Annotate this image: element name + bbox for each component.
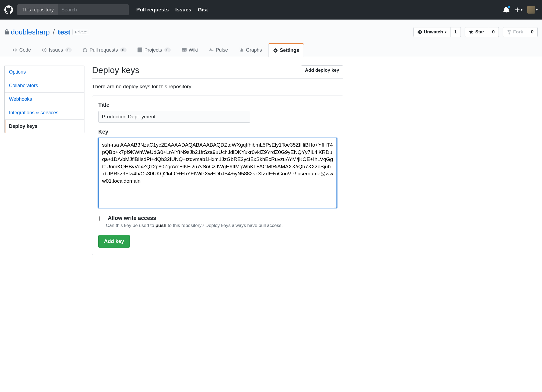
global-header: This repository Pull requests Issues Gis… — [0, 0, 542, 20]
project-icon — [137, 48, 142, 52]
menu-options[interactable]: Options — [5, 65, 84, 79]
lock-icon — [4, 29, 9, 35]
key-label: Key — [98, 129, 337, 135]
plus-icon — [514, 7, 520, 13]
github-logo-icon[interactable] — [4, 5, 13, 14]
pulse-icon — [209, 48, 214, 52]
title-label: Title — [98, 102, 337, 108]
settings-menu: Options Collaborators Webhooks Integrati… — [4, 65, 84, 133]
fork-group: Fork 0 — [503, 27, 538, 37]
search-input[interactable] — [58, 4, 129, 15]
nav-pull-requests[interactable]: Pull requests — [136, 7, 169, 13]
caret-down-icon: ▾ — [445, 30, 446, 34]
deploy-key-form: Title Key Allow write access Can this ke… — [92, 96, 343, 255]
menu-webhooks[interactable]: Webhooks — [5, 93, 84, 106]
issues-count: 0 — [65, 48, 72, 52]
unwatch-button[interactable]: Unwatch ▾ — [413, 27, 450, 37]
add-key-button[interactable]: Add key — [98, 235, 130, 248]
graph-icon — [239, 48, 244, 52]
eye-icon — [417, 30, 422, 34]
star-button[interactable]: Star — [465, 27, 488, 37]
repo-header: doublesharp / test Private Unwatch ▾ 1 S… — [0, 20, 542, 57]
repo-tabs: Code Issues 0 Pull requests 0 Projects 0… — [0, 43, 542, 57]
fork-label: Fork — [513, 29, 523, 35]
projects-count: 0 — [164, 48, 171, 52]
repo-actions: Unwatch ▾ 1 Star 0 Fork 0 — [413, 27, 538, 37]
tab-settings[interactable]: Settings — [268, 43, 304, 57]
tab-wiki[interactable]: Wiki — [177, 43, 203, 57]
user-menu-dropdown[interactable]: ▾ — [527, 6, 538, 14]
allow-write-label: Allow write access — [108, 215, 156, 221]
star-group: Star 0 — [465, 27, 499, 37]
empty-state-message: There are no deploy keys for this reposi… — [92, 84, 343, 90]
tab-projects[interactable]: Projects 0 — [133, 43, 175, 57]
tab-code[interactable]: Code — [8, 43, 36, 57]
settings-container: Options Collaborators Webhooks Integrati… — [0, 57, 348, 266]
add-deploy-key-button[interactable]: Add deploy key — [301, 65, 343, 75]
caret-down-icon: ▾ — [521, 8, 522, 12]
book-icon — [182, 48, 187, 52]
issue-icon — [42, 48, 47, 52]
nav-gist[interactable]: Gist — [198, 7, 208, 13]
allow-write-note: Can this key be used to push to this rep… — [106, 223, 337, 228]
unwatch-label: Unwatch — [424, 29, 443, 35]
pull-request-icon — [83, 48, 87, 52]
gear-icon — [273, 48, 278, 53]
watch-group: Unwatch ▾ 1 — [413, 27, 461, 37]
settings-main: Deploy keys Add deploy key There are no … — [92, 65, 343, 255]
tab-graphs[interactable]: Graphs — [234, 43, 267, 57]
allow-write-checkbox[interactable] — [99, 216, 104, 221]
header-search: This repository — [17, 4, 129, 15]
search-scope-label[interactable]: This repository — [17, 4, 58, 15]
menu-collaborators[interactable]: Collaborators — [5, 79, 84, 93]
subhead: Deploy keys Add deploy key — [92, 65, 343, 79]
notifications-button[interactable] — [503, 7, 509, 13]
fork-button[interactable]: Fork — [503, 27, 527, 37]
page-title: Deploy keys — [92, 65, 139, 75]
watch-count[interactable]: 1 — [450, 27, 461, 37]
fork-count[interactable]: 0 — [527, 27, 538, 37]
code-icon — [12, 48, 17, 52]
header-nav: Pull requests Issues Gist — [136, 7, 208, 13]
key-textarea[interactable] — [98, 138, 337, 208]
tab-issues[interactable]: Issues 0 — [37, 43, 76, 57]
repo-name-link[interactable]: test — [58, 28, 70, 36]
fork-icon — [507, 30, 512, 34]
repo-owner-link[interactable]: doublesharp — [11, 28, 50, 36]
menu-integrations[interactable]: Integrations & services — [5, 106, 84, 120]
allow-write-row: Allow write access — [98, 215, 337, 222]
avatar — [527, 6, 535, 14]
menu-deploy-keys[interactable]: Deploy keys — [5, 120, 84, 133]
header-actions: ▾ ▾ — [503, 6, 538, 14]
tab-pulse[interactable]: Pulse — [204, 43, 233, 57]
caret-down-icon: ▾ — [536, 8, 538, 12]
privacy-badge: Private — [73, 29, 89, 35]
title-input[interactable] — [98, 111, 250, 123]
create-new-dropdown[interactable]: ▾ — [514, 7, 522, 13]
notification-indicator — [507, 5, 511, 9]
repo-path: doublesharp / test — [11, 28, 70, 36]
nav-issues[interactable]: Issues — [175, 7, 191, 13]
star-icon — [469, 30, 474, 34]
star-label: Star — [475, 29, 484, 35]
pr-count: 0 — [120, 48, 127, 52]
star-count[interactable]: 0 — [488, 27, 499, 37]
tab-pull-requests[interactable]: Pull requests 0 — [78, 43, 131, 57]
